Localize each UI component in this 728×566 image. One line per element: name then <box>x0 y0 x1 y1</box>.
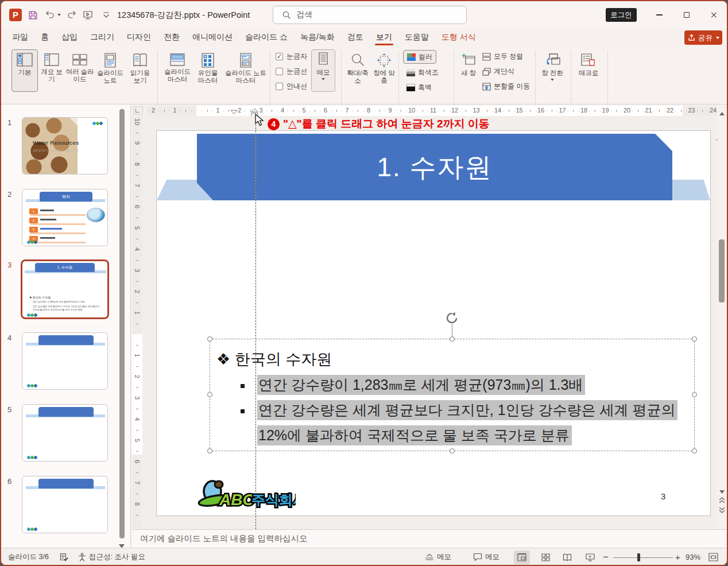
next-slide-icon[interactable] <box>719 505 725 515</box>
main-scrollbar-thumb[interactable] <box>719 239 725 303</box>
thumbnail-slide-6[interactable] <box>22 476 108 533</box>
customize-toolbar-icon[interactable] <box>100 9 113 21</box>
thumbnail-slide-5[interactable] <box>22 404 108 462</box>
color-icon <box>407 53 416 61</box>
selection-handle-top-center[interactable] <box>450 336 455 342</box>
selection-handle-bottom-right[interactable] <box>692 448 697 453</box>
zoom-in-button[interactable]: + <box>675 548 680 566</box>
move-split-button[interactable]: 분할줄 이동 <box>482 82 530 91</box>
comments-toggle[interactable]: 메모 <box>473 548 499 566</box>
highlighted-text-2: 연간 강수량은 세계 평균보다 크지만, 1인당 강수량은 세계 평균의 <box>257 400 677 420</box>
zoom-slider-thumb[interactable] <box>637 553 640 561</box>
tab-도움말[interactable]: 도움말 <box>398 29 435 46</box>
save-icon[interactable] <box>26 9 39 21</box>
macros-button[interactable]: 매크로 <box>575 51 602 91</box>
minimize-button[interactable] <box>650 7 668 23</box>
login-button[interactable]: 로그인 <box>606 8 637 22</box>
arrange-all-button[interactable]: 모두 정렬 <box>482 52 523 61</box>
search-box[interactable]: 검색 <box>273 6 467 24</box>
company-logo[interactable]: ABC 주식회사 <box>195 478 296 514</box>
redo-icon[interactable] <box>65 9 78 21</box>
start-slideshow-icon[interactable] <box>82 9 94 21</box>
gridlines-checkbox[interactable]: 눈금선 <box>276 67 307 76</box>
tab-삽입[interactable]: 삽입 <box>55 29 84 46</box>
new-window-button[interactable]: 새 창 <box>457 51 480 91</box>
slide-sorter-status-button[interactable] <box>537 551 553 564</box>
title-banner[interactable]: 1. 수자원 <box>197 134 672 200</box>
tab-파일[interactable]: 파일 <box>6 29 34 46</box>
selection-handle-bottom-center[interactable] <box>450 448 455 453</box>
slideshow-status-button[interactable] <box>582 551 598 564</box>
selection-handle-top-left[interactable] <box>207 336 212 342</box>
cascade-label: 계단식 <box>494 67 514 76</box>
thumbnail-slide-2[interactable]: 목차 1 2 3 4 <box>22 189 108 246</box>
thumbnail-slide-4[interactable] <box>22 332 108 390</box>
tab-그리기[interactable]: 그리기 <box>84 29 121 46</box>
thumbnail-slide-3-selected[interactable]: 1. 수자원 ❖ 한국의 수자원 연간 강수량이 1,283㎜로 세게 평균(9… <box>21 259 109 319</box>
notes-pane[interactable]: 여기에 슬라이드 노트의 내용을 입력하십시오 <box>132 529 728 548</box>
undo-icon[interactable] <box>44 9 56 21</box>
slide-master-button[interactable]: 슬라이드 마스터 <box>162 51 193 91</box>
memo-button[interactable]: 메모 <box>311 49 335 92</box>
scroll-down-icon[interactable] <box>719 486 725 497</box>
tab-녹음/녹화[interactable]: 녹음/녹화 <box>294 29 341 46</box>
guides-checkbox[interactable]: 안내선 <box>276 82 307 91</box>
notes-toggle[interactable]: 메모 <box>425 548 451 566</box>
ruler-checkbox[interactable]: ✓ 눈금자 <box>276 52 307 61</box>
ruler-number: 7 <box>134 184 141 187</box>
status-bar: 슬라이드 3/6 접근성: 조사 필요 메모 메모 − <box>1 548 728 566</box>
tab-보기[interactable]: 보기 <box>370 29 398 46</box>
vertical-ruler[interactable]: 1098765432112345678 <box>132 116 142 541</box>
maximize-button[interactable] <box>677 7 696 23</box>
handout-master-button[interactable]: 유인물 마스터 <box>194 51 222 91</box>
normal-view-status-button[interactable] <box>514 551 530 564</box>
selection-handle-middle-right[interactable] <box>692 392 697 397</box>
reading-view-button[interactable]: 읽기용 보기 <box>126 51 154 91</box>
body-bullet-2-line-2[interactable]: 12%에 불과하여 국제적으로 물 보족 국가로 분류 <box>257 426 572 445</box>
selection-handle-middle-left[interactable] <box>207 392 212 397</box>
notes-master-button[interactable]: 슬라이드 노트 마스터 <box>223 51 269 91</box>
body-bullet-1[interactable]: 연간 강수량이 1,283㎜로 세게 평균(973㎜)의 1.3배 <box>257 375 585 394</box>
notes-page-button[interactable]: 슬라이드 노트 <box>95 51 125 91</box>
slide-indicator[interactable]: 슬라이드 3/6 <box>8 548 49 566</box>
selection-handle-bottom-left[interactable] <box>207 448 212 453</box>
ruler-tick <box>557 111 557 112</box>
close-button[interactable] <box>705 7 723 23</box>
scroll-up-icon[interactable] <box>719 108 725 118</box>
powerpoint-app-icon[interactable]: P <box>9 9 22 21</box>
body-bullet-2-line-1[interactable]: 연간 강수량은 세계 평균보다 크지만, 1인당 강수량은 세계 평균의 <box>257 401 677 420</box>
tab-전환[interactable]: 전환 <box>157 29 186 46</box>
fit-slide-to-window-icon[interactable] <box>708 548 718 566</box>
share-button[interactable]: 공유 <box>684 30 722 45</box>
undo-dropdown-icon[interactable] <box>56 9 62 21</box>
tab-도형 서식[interactable]: 도형 서식 <box>435 29 482 46</box>
first-line-indent-marker[interactable] <box>230 106 238 117</box>
tab-검토[interactable]: 검토 <box>341 29 370 46</box>
switch-windows-button[interactable]: 창 전환 <box>539 51 566 92</box>
thumbnail-slide-1[interactable]: Water Resources Water Resources <box>22 117 108 175</box>
tab-슬라이드 쇼[interactable]: 슬라이드 쇼 <box>239 29 294 46</box>
fit-to-window-button[interactable]: 창에 맞춤 <box>372 51 396 91</box>
slide[interactable]: 1. 수자원 3 <box>156 130 711 516</box>
accessibility-status[interactable]: 접근성: 조사 필요 <box>78 548 145 566</box>
body-heading[interactable]: ❖ 한국의 수자원 <box>216 349 332 370</box>
ruler-tick <box>164 110 165 112</box>
zoom-percentage[interactable]: 93% <box>686 548 700 566</box>
zoom-out-button[interactable]: − <box>603 548 609 566</box>
normal-view-button[interactable]: 기본 <box>11 49 38 92</box>
cascade-button[interactable]: 계단식 <box>482 67 514 76</box>
tab-디자인[interactable]: 디자인 <box>121 29 157 46</box>
zoom-button[interactable]: 확대/축소 <box>344 51 371 91</box>
color-button[interactable]: 컬러 <box>403 50 436 64</box>
black-white-button[interactable]: 흑백 <box>406 83 432 92</box>
thumbnail-panel-scrollbar[interactable] <box>119 109 125 538</box>
outline-view-button[interactable]: 개요 보기 <box>39 51 64 91</box>
selection-handle-top-right[interactable] <box>692 336 697 342</box>
zoom-slider-track[interactable] <box>613 557 673 559</box>
spell-check-icon[interactable] <box>60 548 68 566</box>
tab-애니메이션[interactable]: 애니메이션 <box>186 29 239 46</box>
tab-홈[interactable]: 홈 <box>34 29 55 46</box>
grayscale-button[interactable]: 회색조 <box>406 68 439 77</box>
slide-sorter-button[interactable]: 여러 슬라이드 <box>65 51 94 91</box>
reading-view-status-button[interactable] <box>559 551 575 564</box>
